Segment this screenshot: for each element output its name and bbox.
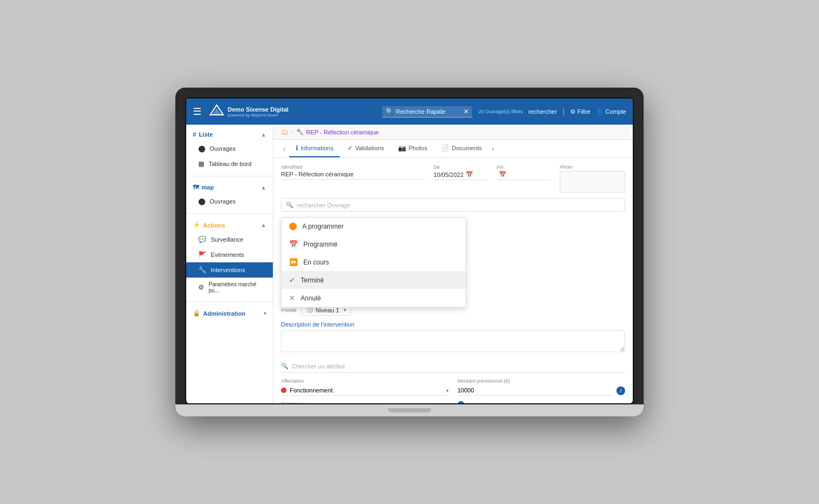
ouvrages1-icon: ⬤ <box>198 145 205 152</box>
tab-next-button[interactable]: › <box>490 142 497 155</box>
sidebar-section-map-header[interactable]: 🗺 map ▲ <box>186 181 273 194</box>
actions-bolt-icon: ⚡ <box>193 222 200 229</box>
prestataire-field: Prestataire BE Ingénierie <box>281 401 449 403</box>
sidebar-section-actions: ⚡ Actions ▲ 💬 Surveillance 🚩 Evénements <box>186 215 273 300</box>
sidebar-item-ouvrages2[interactable]: ⬤ Ouvrages <box>186 194 273 209</box>
fin-value: 📅 <box>497 171 551 180</box>
de-calendar-icon[interactable]: 📅 <box>466 171 473 178</box>
annee-label: i Année de Programmation <box>457 401 625 403</box>
photo-field: Photo <box>560 164 625 193</box>
account-icon: 👤 <box>596 108 603 115</box>
fin-field: Fin 📅 <box>497 164 551 193</box>
affectation-select[interactable]: Fonctionnement. ▾ <box>281 385 449 396</box>
evenements-icon: 🚩 <box>198 251 206 259</box>
tab-documents[interactable]: 📄 Documents <box>435 140 488 157</box>
hamburger-icon[interactable]: ☰ <box>193 106 201 118</box>
breadcrumb-icon: 🗂 <box>281 128 288 136</box>
search-input[interactable] <box>396 108 461 115</box>
sidebar-section-map: 🗺 map ▲ ⬤ Ouvrages <box>186 177 273 212</box>
form-area: Identifiant REP - Réfection céramique De… <box>273 158 633 403</box>
laptop-outer: ☰ Demo Sixense Digital powered by Beyond… <box>175 88 644 416</box>
breadcrumb-arrow: › <box>291 129 293 135</box>
identifiant-label: Identifiant <box>281 164 425 170</box>
tab-informations[interactable]: ℹ Informations <box>289 140 340 157</box>
status-x-icon: ✕ <box>289 294 295 302</box>
prestataire-annee-row: Prestataire BE Ingénierie i Année de Pro… <box>281 401 625 403</box>
sidebar-section-admin-header[interactable]: 🔒 Administration ▾ <box>186 306 273 320</box>
breadcrumb: 🗂 › 🔧 REP - Réfection céramique <box>273 125 633 140</box>
search-attr[interactable]: 🔍 Chercher un attribut <box>281 360 625 373</box>
status-option-programme[interactable]: 📅 Programmé <box>282 235 466 253</box>
tab-photo-icon: 📷 <box>398 144 406 152</box>
topbar-divider: | <box>563 107 565 116</box>
search-icon: 🔍 <box>386 108 394 115</box>
filter-button[interactable]: ⚙ Filtre <box>570 108 590 115</box>
montant-value: 10000 <box>457 385 613 396</box>
status-check-icon: ✓ <box>289 276 295 284</box>
sidebar-section-liste: # Liste ▲ ⬤ Ouvrages ▦ Tableau de bord <box>186 125 273 175</box>
description-label: Description de l'intervention <box>281 321 625 328</box>
status-option-a-programmer[interactable]: A programmer <box>282 218 466 235</box>
de-label: De <box>433 164 488 170</box>
annee-info-icon[interactable]: i <box>457 401 464 403</box>
brand-logo-icon <box>209 104 224 119</box>
prestataire-label: Prestataire <box>281 401 449 403</box>
laptop-base <box>175 404 644 416</box>
annee-field: i Année de Programmation 2022 <box>457 401 625 403</box>
sidebar-item-evenements[interactable]: 🚩 Evénements <box>186 247 273 262</box>
sidebar-item-interventions[interactable]: 🔧 Interventions <box>186 262 273 278</box>
montant-info-icon[interactable]: i <box>616 386 625 395</box>
sidebar-section-actions-header[interactable]: ⚡ Actions ▲ <box>186 218 273 232</box>
liste-hash-icon: # <box>193 131 196 138</box>
photo-placeholder <box>560 171 625 193</box>
priority-label: Priorité <box>281 308 297 313</box>
sidebar-actions-title: ⚡ Actions <box>193 222 225 229</box>
sidebar-divider3 <box>186 302 273 302</box>
sidebar-item-surveillance[interactable]: 💬 Surveillance <box>186 232 273 247</box>
sidebar-section-liste-header[interactable]: # Liste ▲ <box>186 128 273 141</box>
surveillance-icon: 💬 <box>198 236 206 243</box>
filter-count: 20 Ouvrage(s) filtrés <box>479 109 523 114</box>
breadcrumb-title-icon: 🔧 <box>296 128 304 136</box>
search-area[interactable]: 🔍 ✕ <box>382 106 472 118</box>
tab-prev-button[interactable]: ‹ <box>281 142 288 155</box>
search-button[interactable]: rechercher <box>528 108 557 115</box>
sidebar-divider1 <box>186 176 273 176</box>
account-button[interactable]: 👤 Compte <box>596 108 626 115</box>
status-option-annule[interactable]: ✕ Annulé <box>282 289 466 307</box>
breadcrumb-title: 🔧 REP - Réfection céramique <box>296 128 378 136</box>
app: ☰ Demo Sixense Digital powered by Beyond… <box>186 99 633 403</box>
montant-field: Montant prévisionnel (€) 10000 i <box>457 378 625 396</box>
identifiant-field: Identifiant REP - Réfection céramique <box>281 164 425 193</box>
map-icon: 🗺 <box>193 184 199 190</box>
status-calendar-icon: 📅 <box>289 240 298 248</box>
status-dropdown[interactable]: A programmer 📅 Programmé ⏩ <box>281 217 466 308</box>
sidebar-item-ouvrages1[interactable]: ⬤ Ouvrages <box>186 141 273 156</box>
form-row-identifiant: Identifiant REP - Réfection céramique De… <box>281 164 625 193</box>
actions-chevron-icon: ▲ <box>261 222 266 228</box>
tab-doc-icon: 📄 <box>441 144 449 152</box>
search-clear-icon[interactable]: ✕ <box>463 108 469 115</box>
fin-calendar-icon[interactable]: 📅 <box>499 171 506 178</box>
priority-arrow-icon: ▾ <box>344 307 346 313</box>
affectation-arrow-icon: ▾ <box>446 388 449 394</box>
status-option-en-cours[interactable]: ⏩ En cours <box>282 253 466 271</box>
affectation-dot <box>281 388 286 393</box>
sidebar-admin-title: 🔒 Administration <box>193 310 246 317</box>
admin-lock-icon: 🔒 <box>193 310 200 317</box>
content-area: 🗂 › 🔧 REP - Réfection céramique ‹ ℹ Info… <box>273 125 633 403</box>
description-textarea[interactable] <box>281 330 625 352</box>
montant-label: Montant prévisionnel (€) <box>457 378 625 384</box>
tab-photos[interactable]: 📷 Photos <box>392 140 433 157</box>
topbar: ☰ Demo Sixense Digital powered by Beyond… <box>186 99 633 125</box>
status-option-termine[interactable]: ✓ Terminé <box>282 271 466 289</box>
identifiant-value: REP - Réfection céramique <box>281 171 425 180</box>
sidebar-map-title: 🗺 map <box>193 184 214 190</box>
tab-validations[interactable]: ✓ Validations <box>341 140 390 157</box>
sidebar-item-tableau-bord[interactable]: ▦ Tableau de bord <box>186 156 273 171</box>
search-ouvrage[interactable]: 🔍 rechercher Ouvrage <box>281 198 625 212</box>
sidebar-item-parametres[interactable]: ⚙ Paramètres marché pu... <box>186 278 273 297</box>
status-dot-orange <box>289 223 297 230</box>
search-attr-icon: 🔍 <box>281 362 289 370</box>
description-section: Description de l'intervention <box>281 321 625 354</box>
